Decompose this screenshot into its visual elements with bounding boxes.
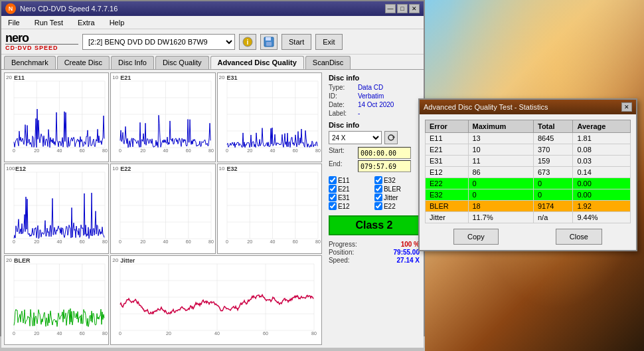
checkbox-e11-label[interactable]: E11 — [329, 176, 374, 184]
menu-help[interactable]: Help — [106, 17, 129, 28]
end-time-input[interactable] — [358, 160, 411, 172]
checkbox-e32[interactable] — [374, 176, 382, 184]
app-title: Nero CD-DVD Speed 4.7.7.16 — [20, 5, 118, 13]
checkbox-e31-label[interactable]: E31 — [329, 193, 374, 201]
progress-value: 100 % — [401, 241, 420, 248]
chart-e21-canvas — [111, 73, 214, 153]
chart-e12-canvas — [5, 164, 108, 244]
disc-label-row: Label: - — [329, 110, 420, 117]
tab-scan-disc[interactable]: ScanDisc — [305, 56, 351, 69]
stats-cell-total: 673 — [534, 167, 573, 178]
content-area: 20 E11 10 E21 20 E31 100 E12 — [1, 70, 424, 348]
chart-e11: 20 E11 — [4, 72, 109, 162]
speed-refresh-button[interactable] — [384, 131, 398, 144]
disc-type-label: Type: — [329, 84, 355, 91]
checkbox-e12[interactable] — [329, 202, 337, 210]
stats-row: BLER1891741.92 — [426, 201, 631, 212]
stats-cell-average: 0.08 — [573, 144, 631, 156]
chart-e31-label: E31 — [227, 74, 238, 81]
stats-cell-total: 9174 — [534, 201, 573, 212]
menu-extra[interactable]: Extra — [74, 17, 99, 28]
stats-cell-total: 370 — [534, 144, 573, 156]
chart-e12: 100 E12 — [4, 164, 109, 253]
chart-e11-ymax: 20 — [6, 74, 12, 80]
nero-subtext: CD·DVD SPEED — [5, 45, 58, 51]
checkbox-e12-label[interactable]: E12 — [329, 202, 374, 210]
stats-cell-maximum: 86 — [468, 167, 534, 178]
menu-run-test[interactable]: Run Test — [31, 17, 67, 28]
chart-e32-label: E32 — [227, 166, 238, 172]
info-panel: Disc info Type: Data CD ID: Verbatim Dat… — [325, 70, 424, 348]
maximize-button[interactable]: □ — [397, 4, 408, 13]
close-button[interactable]: ✕ — [409, 4, 420, 13]
end-label: End: — [329, 160, 355, 172]
checkbox-e21-text: E21 — [338, 185, 350, 193]
disc-date-row: Date: 14 Oct 2020 — [329, 101, 420, 108]
start-time-input[interactable] — [358, 147, 411, 159]
chart-e32: 10 E32 — [217, 164, 322, 253]
stats-cell-maximum: 10 — [468, 144, 534, 156]
tab-benchmark[interactable]: Benchmark — [4, 56, 56, 69]
checkbox-e32-text: E32 — [384, 177, 396, 184]
checkbox-e22-label[interactable]: E22 — [374, 202, 420, 210]
speed-select[interactable]: 24 X — [329, 131, 382, 144]
stats-close-x-button[interactable]: ✕ — [621, 102, 632, 112]
tab-disc-quality[interactable]: Disc Quality — [155, 56, 209, 69]
settings-section: Disc info 24 X Start: End: — [329, 121, 420, 172]
svg-text:i: i — [247, 39, 249, 46]
checkbox-bler-label[interactable]: BLER — [374, 185, 420, 193]
stats-cell-total: n/a — [534, 212, 573, 223]
checkbox-e11-text: E11 — [338, 177, 350, 184]
stats-row: E32000.00 — [426, 189, 631, 201]
checkbox-bler[interactable] — [374, 185, 382, 193]
disc-id-label: ID: — [329, 92, 355, 100]
app-icon: N — [5, 3, 16, 14]
svg-rect-4 — [266, 42, 272, 46]
save-button[interactable] — [260, 34, 278, 50]
disc-date-value: 14 Oct 2020 — [358, 101, 394, 108]
stats-cell-error: Jitter — [426, 212, 469, 223]
checkbox-e32-label[interactable]: E32 — [374, 176, 420, 184]
stats-cell-maximum: 13 — [468, 133, 534, 144]
checkbox-e21-label[interactable]: E21 — [329, 185, 374, 193]
start-button[interactable]: Start — [282, 34, 311, 50]
chart-e32-canvas — [218, 164, 321, 244]
close-button[interactable]: Close — [556, 229, 602, 245]
checkbox-jitter-label[interactable]: Jitter — [374, 193, 420, 201]
chart-e12-ymax: 100 — [6, 166, 15, 172]
stats-cell-maximum: 11 — [468, 156, 534, 167]
chart-bler-label: BLER — [14, 257, 31, 264]
checkbox-e31[interactable] — [329, 193, 337, 201]
minimize-button[interactable]: — — [385, 4, 396, 13]
checkbox-e11[interactable] — [329, 176, 337, 184]
tab-disc-info[interactable]: Disc Info — [111, 56, 154, 69]
checkbox-jitter[interactable] — [374, 193, 382, 201]
chart-jitter-label: Jitter — [120, 257, 135, 264]
stats-buttons: Copy Close — [425, 229, 631, 245]
class-badge: Class 2 — [329, 215, 420, 235]
stats-dialog: Advanced Disc Quality Test - Statistics … — [418, 98, 637, 251]
checkbox-e21[interactable] — [329, 185, 337, 193]
drive-info-button[interactable]: i — [239, 34, 256, 50]
stats-row: E111386451.81 — [426, 133, 631, 144]
class-badge-text: Class 2 — [355, 219, 392, 231]
checkbox-e22[interactable] — [374, 202, 382, 210]
checkbox-e31-text: E31 — [338, 194, 350, 201]
stats-cell-maximum: 0 — [468, 178, 534, 189]
start-label: Start: — [329, 147, 355, 159]
chart-e12-label: E12 — [15, 166, 26, 172]
tab-create-disc[interactable]: Create Disc — [57, 56, 110, 69]
copy-button[interactable]: Copy — [453, 229, 499, 245]
chart-e32-ymax: 10 — [219, 166, 225, 172]
start-time-row: Start: — [329, 147, 420, 159]
tab-advanced-disc-quality[interactable]: Advanced Disc Quality — [210, 56, 304, 69]
chart-bler: 20 BLER — [4, 255, 109, 345]
stats-cell-maximum: 11.7% — [468, 212, 534, 223]
stats-cell-error: E12 — [426, 167, 469, 178]
progress-row: Progress: 100 % — [329, 241, 420, 248]
exit-button[interactable]: Exit — [315, 34, 342, 50]
drive-select[interactable]: [2:2] BENQ DVD DD DW1620 B7W9 — [82, 34, 235, 50]
stats-cell-total: 0 — [534, 178, 573, 189]
chart-e22-label: E22 — [120, 166, 131, 172]
menu-file[interactable]: File — [4, 17, 24, 28]
